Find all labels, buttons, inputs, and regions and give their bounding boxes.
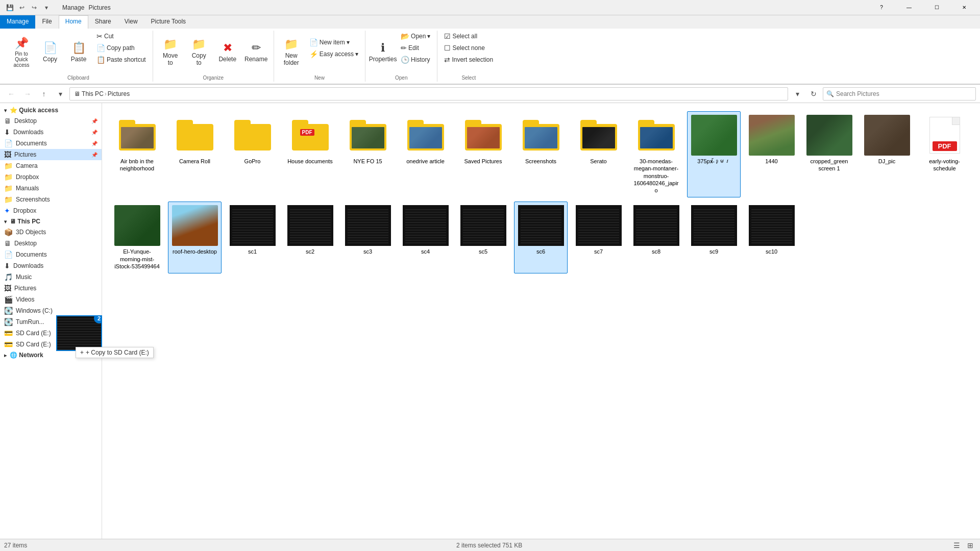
move-to-button[interactable]: 📁 Move to xyxy=(157,36,184,68)
file-green-screen-thumb xyxy=(806,115,852,156)
file-roof-hero[interactable]: roof-hero-desktop xyxy=(168,202,222,273)
copy-button[interactable]: 📄 Copy xyxy=(37,36,63,68)
tab-view[interactable]: View xyxy=(118,15,144,29)
sidebar-item-dropbox[interactable]: 📁 Dropbox xyxy=(0,171,102,183)
sidebar-item-desktop-pc[interactable]: 🖥 Desktop xyxy=(0,238,102,249)
new-folder-button[interactable]: 📁 New folder xyxy=(278,36,305,68)
file-sc7[interactable]: sc7 xyxy=(572,202,625,273)
path-pictures[interactable]: Pictures xyxy=(108,90,130,97)
search-input[interactable] xyxy=(836,90,972,97)
delete-button[interactable]: ✖ Delete xyxy=(214,36,241,68)
file-dj-pic[interactable]: DJ_pic xyxy=(860,111,914,197)
file-elyunque[interactable]: El-Yunque-morning-mist-iStock-535499464 xyxy=(110,202,164,273)
file-sc7-thumb xyxy=(576,205,622,246)
folder-screenshots[interactable]: Screenshots xyxy=(514,111,568,197)
refresh-button[interactable]: ↻ xyxy=(806,87,821,101)
open-button[interactable]: 📂 Open ▾ xyxy=(398,31,433,42)
sidebar-item-downloads-pc[interactable]: ⬇ Downloads xyxy=(0,260,102,271)
save-btn[interactable]: 💾 xyxy=(4,2,15,13)
folder-nye[interactable]: NYE FO 15 xyxy=(341,111,395,197)
folder-saved-pictures[interactable]: Saved Pictures xyxy=(456,111,510,197)
sidebar-item-documents-pc[interactable]: 📄 Documents xyxy=(0,249,102,260)
search-box[interactable]: 🔍 xyxy=(823,87,976,101)
sidebar-item-pictures-pc[interactable]: 🖼 Pictures xyxy=(0,283,102,294)
tab-share[interactable]: Share xyxy=(88,15,118,29)
sidebar-item-manuals[interactable]: 📁 Manuals xyxy=(0,183,102,194)
folder-monedas[interactable]: 30-monedas-megan-montaner-monstruo-16064… xyxy=(629,111,683,197)
file-sc6[interactable]: sc6 xyxy=(514,202,568,273)
file-sc8[interactable]: sc8 xyxy=(629,202,683,273)
file-sc10[interactable]: sc10 xyxy=(745,202,798,273)
cut-button[interactable]: ✂ Cut xyxy=(94,31,149,42)
file-1440[interactable]: 1440 xyxy=(745,111,798,197)
sidebar-item-windows-c[interactable]: 💽 Windows (C:) xyxy=(0,305,102,316)
properties-button[interactable]: ℹ Properties xyxy=(370,36,396,68)
sidebar-item-documents[interactable]: 📄 Documents 📌 xyxy=(0,138,102,149)
edit-button[interactable]: ✏ Edit xyxy=(398,42,433,54)
minimize-button[interactable]: — xyxy=(897,0,921,15)
folder-airbnb-thumb xyxy=(114,115,160,156)
tab-manage[interactable]: Manage xyxy=(0,15,35,29)
file-sc4[interactable]: sc4 xyxy=(399,202,452,273)
new-item-button[interactable]: 📄 New item ▾ xyxy=(307,37,361,48)
folder-gopro[interactable]: GoPro xyxy=(226,111,279,197)
folder-house-docs[interactable]: PDF House documents xyxy=(283,111,337,197)
sidebar-item-pictures[interactable]: 🖼 Pictures 📌 xyxy=(0,149,102,160)
sidebar-item-3d-objects[interactable]: 📦 3D Objects xyxy=(0,227,102,238)
history-button[interactable]: 🕒 History xyxy=(398,54,433,65)
forward-button[interactable]: → xyxy=(20,87,35,101)
redo-btn[interactable]: ↪ xyxy=(29,2,40,13)
sidebar-item-dropbox-app[interactable]: ✦ Dropbox xyxy=(0,205,102,216)
list-view-button[interactable]: ☰ xyxy=(951,540,963,551)
maximize-button[interactable]: ☐ xyxy=(925,0,948,15)
sidebar-item-desktop[interactable]: 🖥 Desktop 📌 xyxy=(0,115,102,127)
sidebar-item-downloads[interactable]: ⬇ Downloads 📌 xyxy=(0,127,102,138)
close-button[interactable]: ✕ xyxy=(952,0,976,15)
search-icon: 🔍 xyxy=(826,90,834,97)
file-sc5[interactable]: sc5 xyxy=(456,202,510,273)
easy-access-button[interactable]: ⚡ Easy access ▾ xyxy=(307,48,361,60)
sidebar-item-music[interactable]: 🎵 Music xyxy=(0,271,102,283)
sidebar-item-videos[interactable]: 🎬 Videos xyxy=(0,294,102,305)
recent-locations-button[interactable]: ▾ xyxy=(53,87,67,101)
file-sc9[interactable]: sc9 xyxy=(687,202,741,273)
address-path[interactable]: 🖥 This PC › Pictures xyxy=(69,87,788,101)
this-pc-header[interactable]: ▾ 🖥 This PC xyxy=(0,216,102,227)
file-sc2[interactable]: sc2 xyxy=(283,202,337,273)
help-button[interactable]: ? xyxy=(870,0,893,15)
sidebar-item-screenshots[interactable]: 📁 Screenshots xyxy=(0,194,102,205)
tab-picture-tools[interactable]: Picture Tools xyxy=(144,15,192,29)
select-all-button[interactable]: ☑ Select all xyxy=(442,31,496,42)
up-button[interactable]: ↑ xyxy=(37,87,51,101)
back-button[interactable]: ← xyxy=(4,87,18,101)
rename-button[interactable]: ✏ Rename xyxy=(243,36,270,68)
folder-airbnb[interactable]: Air bnb in the neighborhood xyxy=(110,111,164,197)
paste-shortcut-button[interactable]: 📋 Paste shortcut xyxy=(94,54,149,65)
folder-onedrive[interactable]: onedrive article xyxy=(399,111,452,197)
file-sc3[interactable]: sc3 xyxy=(341,202,395,273)
quick-access-header[interactable]: ▾ ⭐ Quick access xyxy=(0,105,102,115)
invert-selection-button[interactable]: ⇄ Invert selection xyxy=(442,54,496,65)
file-sc1[interactable]: sc1 xyxy=(226,202,279,273)
folder-camera-roll[interactable]: Camera Roll xyxy=(168,111,222,197)
paste-button[interactable]: 📋 Paste xyxy=(65,36,92,68)
sidebar-item-camera[interactable]: 📁 Camera xyxy=(0,160,102,171)
file-early-voting[interactable]: PDF early-voting-schedule xyxy=(918,111,971,197)
file-375px[interactable]: 375px-ខ្មែរ xyxy=(687,111,741,197)
copy-path-button[interactable]: 📄 Copy path xyxy=(94,42,149,54)
screenshots-folder-icon: 📁 xyxy=(4,195,13,204)
copy-to-button[interactable]: 📁 Copy to xyxy=(186,36,212,68)
folder-serato[interactable]: Serato xyxy=(572,111,625,197)
expand-path-button[interactable]: ▾ xyxy=(790,87,804,101)
file-elyunque-thumb xyxy=(114,205,160,246)
select-none-button[interactable]: ☐ Select none xyxy=(442,42,496,54)
tab-home[interactable]: Home xyxy=(59,15,88,29)
file-green-screen[interactable]: cropped_green screen 1 xyxy=(802,111,856,197)
undo-btn[interactable]: ↩ xyxy=(16,2,28,13)
customize-qa-btn[interactable]: ▾ xyxy=(41,2,52,13)
open-icon: 📂 xyxy=(401,32,409,40)
tab-file[interactable]: File xyxy=(35,15,58,29)
pin-to-quick-access-button[interactable]: 📌 Pin to Quick access xyxy=(8,36,35,68)
path-pc[interactable]: 🖥 This PC xyxy=(74,90,104,97)
grid-view-button[interactable]: ⊞ xyxy=(965,540,976,551)
